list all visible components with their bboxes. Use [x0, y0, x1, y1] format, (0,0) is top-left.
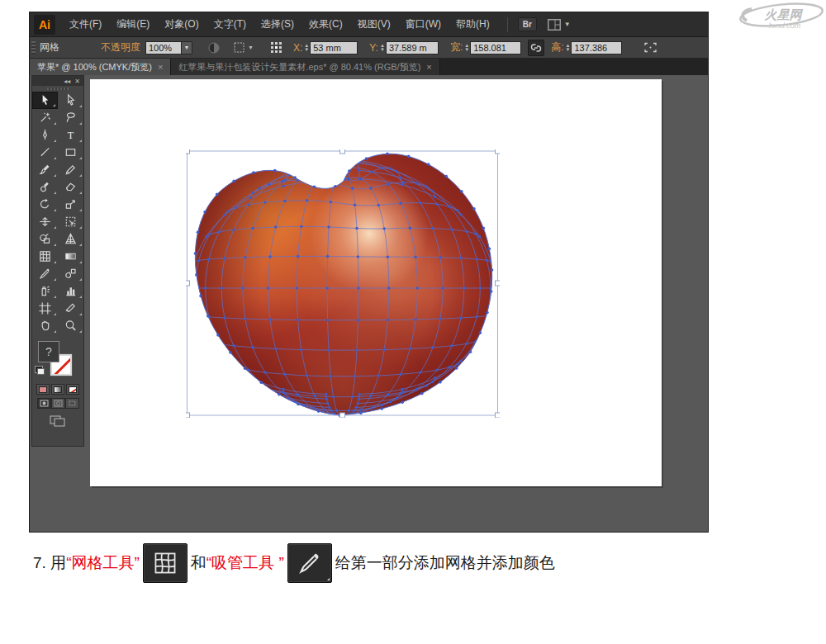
pencil-icon [64, 163, 78, 177]
height-input[interactable]: 137.386 [571, 41, 622, 54]
caption-mesh-tool-name: “网格工具” [66, 552, 140, 574]
symbol-sprayer-icon [38, 284, 52, 298]
link-icon[interactable] [528, 40, 544, 56]
menu-bar: Ai 文件(F)编辑(E)对象(O)文字(T)选择(S)效果(C)视图(V)窗口… [30, 12, 708, 37]
draw-inside-button[interactable] [65, 398, 79, 409]
width-icon [38, 215, 52, 229]
tool-artboard[interactable] [32, 300, 58, 317]
default-fill-stroke-icon[interactable] [35, 366, 43, 373]
tool-lasso[interactable] [58, 109, 83, 126]
tool-selection[interactable] [32, 92, 58, 109]
illustrator-window: Ai 文件(F)编辑(E)对象(O)文字(T)选择(S)效果(C)视图(V)窗口… [29, 12, 709, 533]
selection-handle[interactable] [186, 281, 190, 286]
tool-type[interactable]: T [58, 126, 83, 144]
tool-zoom[interactable] [58, 317, 83, 334]
document-tab-2[interactable]: 红苹果与果汁包装设计矢量素材.eps* @ 80.41% (RGB/预览)× [171, 59, 439, 75]
rectangle-icon [64, 145, 78, 159]
tool-line-segment[interactable] [32, 144, 58, 161]
tool-shape-builder[interactable] [32, 230, 58, 248]
constrain-icon[interactable] [642, 40, 658, 56]
canvas-area: ◂◂ ✕ T ? [30, 75, 708, 532]
bridge-button[interactable]: Br [518, 17, 537, 31]
pen-icon [38, 128, 52, 142]
width-stepper[interactable]: ▲▼ [464, 44, 469, 52]
tool-perspective-grid[interactable] [58, 230, 83, 248]
tab-close-icon[interactable]: × [426, 62, 431, 72]
opacity-input[interactable]: 100% [145, 41, 182, 54]
panel-grip[interactable] [31, 41, 36, 54]
menu-item-6[interactable]: 效果(C) [301, 14, 350, 35]
tool-hand[interactable] [32, 317, 58, 334]
tab-close-icon[interactable]: × [158, 62, 163, 72]
menu-item-7[interactable]: 视图(V) [350, 14, 398, 35]
gradient-button[interactable] [51, 384, 64, 395]
selection-handle[interactable] [340, 413, 345, 418]
eraser-icon [64, 180, 78, 194]
x-stepper[interactable]: ▲▼ [304, 44, 309, 52]
tool-slice[interactable] [58, 300, 83, 317]
tool-eraser[interactable] [58, 178, 83, 196]
reference-point-icon[interactable] [268, 40, 285, 56]
selection-handle[interactable] [186, 413, 190, 418]
none-button[interactable] [66, 384, 79, 395]
tool-eyedropper[interactable] [32, 265, 58, 282]
control-bar: 网格 不透明度 100% ▼ ▼ X: ▲▼ 53 mm Y: ▲▼ 37.58… [30, 37, 708, 59]
tool-rectangle[interactable] [58, 144, 83, 161]
tool-rotate[interactable] [32, 196, 58, 213]
menu-item-3[interactable]: 对象(O) [157, 14, 206, 35]
menu-item-2[interactable]: 编辑(E) [109, 14, 157, 35]
tool-scale[interactable] [58, 196, 83, 213]
x-coordinate-input[interactable]: 53 mm [310, 41, 358, 54]
tool-blend[interactable] [58, 265, 83, 282]
menu-item-8[interactable]: 窗口(W) [398, 14, 449, 35]
menu-item-1[interactable]: 文件(F) [62, 14, 109, 35]
menu-item-9[interactable]: 帮助(H) [449, 14, 497, 35]
fill-swatch[interactable]: ? [38, 341, 59, 362]
tool-width[interactable] [32, 213, 58, 230]
workspace-switcher[interactable]: ▼ [547, 18, 571, 31]
selection-handle[interactable] [496, 413, 501, 418]
slice-icon [64, 301, 78, 315]
menu-item-4[interactable]: 文字(T) [206, 14, 254, 35]
draw-normal-button[interactable] [37, 398, 51, 409]
opacity-label[interactable]: 不透明度 [101, 40, 140, 54]
tool-magic-wand[interactable] [32, 109, 58, 126]
tool-pen[interactable] [32, 126, 58, 144]
color-button[interactable] [36, 384, 50, 395]
style-picker-icon[interactable] [230, 40, 247, 56]
selection-handle[interactable] [186, 149, 190, 154]
panel-collapse-icon[interactable]: ◂◂ [64, 78, 70, 85]
y-stepper[interactable]: ▲▼ [380, 44, 385, 52]
tool-mesh[interactable] [32, 248, 58, 265]
height-stepper[interactable]: ▲▼ [566, 44, 571, 52]
tool-direct-selection[interactable] [58, 92, 83, 109]
opacity-ball-icon[interactable] [206, 40, 222, 56]
paintbrush-icon [38, 163, 52, 177]
tool-column-graph[interactable] [58, 282, 83, 300]
selection-handle[interactable] [496, 149, 501, 154]
width-input[interactable]: 158.081 [470, 41, 521, 54]
workspace-layout-icon [547, 18, 562, 31]
tool-symbol-sprayer[interactable] [32, 282, 58, 300]
direct-selection-icon [64, 93, 78, 107]
svg-text:T: T [68, 130, 74, 141]
tool-free-transform[interactable] [58, 213, 83, 230]
mesh-tool-icon [143, 543, 188, 583]
blend-icon [64, 267, 78, 281]
tool-blob-brush[interactable] [32, 178, 58, 196]
draw-behind-button[interactable] [51, 398, 65, 409]
panel-close-icon[interactable]: ✕ [74, 78, 80, 85]
document-tab-1[interactable]: 苹果* @ 100% (CMYK/预览)× [30, 59, 171, 75]
menu-item-5[interactable]: 选择(S) [254, 14, 301, 35]
shape-builder-icon [38, 232, 52, 246]
apple-mesh-artwork[interactable] [186, 149, 500, 418]
opacity-dropdown-button[interactable]: ▼ [182, 41, 192, 54]
tool-pencil[interactable] [58, 161, 83, 178]
screen-mode-button[interactable] [32, 414, 83, 427]
tool-paintbrush[interactable] [32, 161, 58, 178]
y-coordinate-input[interactable]: 37.589 m [386, 41, 439, 54]
selection-handle[interactable] [340, 149, 345, 154]
selection-handle[interactable] [496, 281, 501, 286]
tool-gradient[interactable] [58, 248, 83, 265]
panel-drag-grip[interactable] [32, 86, 83, 92]
